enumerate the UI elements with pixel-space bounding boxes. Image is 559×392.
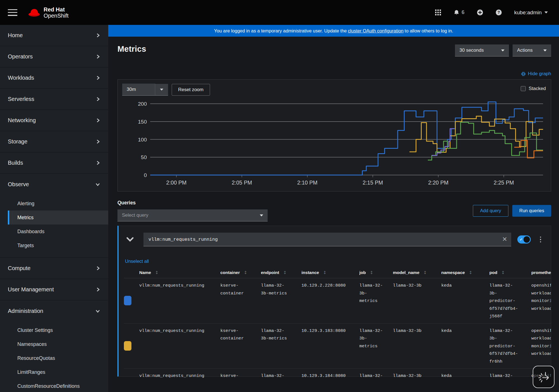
nav-toggle-hamburger-icon[interactable] xyxy=(8,9,17,16)
brand-line2: OpenShift xyxy=(44,13,69,19)
sidebar-item-home[interactable]: Home xyxy=(0,25,108,46)
question-circle-icon: ? xyxy=(496,9,502,16)
banner-text: You are logged in as a temporary adminis… xyxy=(214,28,347,34)
banner-text-after: to allow others to log in. xyxy=(405,28,453,34)
reset-zoom-button[interactable]: Reset zoom xyxy=(172,84,210,96)
column-header-container[interactable]: container↕ xyxy=(220,270,261,275)
login-notice-banner: You are logged in as a temporary adminis… xyxy=(108,25,559,37)
sidebar-item-networking[interactable]: Networking xyxy=(0,110,108,131)
x-axis-tick-label: 2:05 PM xyxy=(232,180,252,186)
sidebar-item-customresourcedefinitions[interactable]: CustomResourceDefinitions xyxy=(8,379,108,392)
table-cell: kserve- xyxy=(220,369,261,392)
main-content: You are logged in as a temporary adminis… xyxy=(108,25,559,392)
actions-dropdown[interactable]: Actions xyxy=(513,44,551,56)
sort-icon[interactable]: ↕ xyxy=(283,270,287,275)
sidebar-item-namespaces[interactable]: Namespaces xyxy=(8,337,108,351)
table-cell: vllm:num_requests_running xyxy=(139,369,220,392)
sidebar-item-storage[interactable]: Storage xyxy=(0,131,108,152)
column-header-endpoint[interactable]: endpoint↕ xyxy=(261,270,301,275)
query-expression-input[interactable] xyxy=(143,233,511,246)
sort-icon[interactable]: ↕ xyxy=(469,270,472,275)
chevron-right-icon xyxy=(96,97,100,101)
lightspeed-assistant-button[interactable] xyxy=(533,366,555,388)
sort-icon[interactable]: ↕ xyxy=(155,270,159,275)
select-query-dropdown[interactable]: Select query xyxy=(117,209,268,221)
column-header-model_name[interactable]: model_name↕ xyxy=(393,270,441,275)
sidebar-item-observe[interactable]: Observe xyxy=(0,174,108,195)
svg-text:?: ? xyxy=(497,10,500,15)
select-query-placeholder: Select query xyxy=(122,212,148,218)
sidebar-item-user-management[interactable]: User Management xyxy=(0,279,108,300)
sidebar-item-cluster-settings[interactable]: Cluster Settings xyxy=(8,323,108,337)
unselect-all-link[interactable]: Unselect all xyxy=(125,259,149,264)
brand-logo[interactable]: Red Hat OpenShift xyxy=(28,6,69,19)
x-axis-tick-label: 2:00 PM xyxy=(166,180,187,186)
sidebar-item-operators[interactable]: Operators xyxy=(0,46,108,67)
oauth-config-link[interactable]: cluster OAuth configuration xyxy=(348,28,404,34)
chart-series-line[interactable] xyxy=(150,102,543,175)
sidebar-item-metrics[interactable]: Metrics xyxy=(8,211,108,225)
sort-icon[interactable]: ↕ xyxy=(244,270,247,275)
table-cell: openshifworkloadmonitoriworkload xyxy=(531,278,551,323)
sidebar-item-resourcequotas[interactable]: ResourceQuotas xyxy=(8,351,108,365)
refresh-interval-select[interactable]: 30 seconds xyxy=(455,44,509,56)
sidebar-item-compute[interactable]: Compute xyxy=(0,258,108,279)
run-queries-button[interactable]: Run queries xyxy=(512,205,551,217)
brand-line1: Red Hat xyxy=(44,6,69,13)
chevron-right-icon xyxy=(96,161,100,165)
query-enabled-toggle[interactable]: ✓ xyxy=(517,235,531,244)
table-cell: llama-32-3b xyxy=(393,369,441,392)
y-axis-tick-label: 0 xyxy=(144,172,147,178)
username: kube:admin xyxy=(514,10,542,16)
series-color-swatch[interactable] xyxy=(124,296,131,305)
column-header-job[interactable]: job↕ xyxy=(359,270,393,275)
hide-graph-link[interactable]: Hide graph xyxy=(521,71,551,77)
clear-expression-icon[interactable]: ✕ xyxy=(502,236,507,242)
user-menu[interactable]: kube:admin xyxy=(514,10,548,16)
column-header-instance[interactable]: instance↕ xyxy=(301,270,359,275)
table-header-row: Name↕container↕endpoint↕instance↕job↕mod… xyxy=(124,268,551,278)
x-axis-tick-label: 2:10 PM xyxy=(297,180,318,186)
sort-icon[interactable]: ↕ xyxy=(370,270,373,275)
chevron-down-icon xyxy=(160,89,163,91)
table-cell: llama-32-3b-metrics xyxy=(359,278,393,323)
x-axis-tick-label: 2:20 PM xyxy=(428,180,449,186)
help-button[interactable]: ? xyxy=(496,9,502,16)
x-axis-tick-label: 2:15 PM xyxy=(363,180,383,186)
sidebar-item-builds[interactable]: Builds xyxy=(0,152,108,174)
sidebar-item-administration[interactable]: Administration xyxy=(0,300,108,322)
add-query-button[interactable]: Add query xyxy=(473,205,508,217)
series-color-swatch[interactable] xyxy=(124,341,131,351)
sidebar-item-serverless[interactable]: Serverless xyxy=(0,89,108,110)
table-cell: llama-32-3b-metrics xyxy=(261,323,301,369)
sidebar-item-alerting[interactable]: Alerting xyxy=(8,197,108,211)
column-header-prometheus[interactable]: prometheus↕ xyxy=(531,270,551,275)
quick-create-button[interactable] xyxy=(477,9,483,16)
table-cell: llama-32-3b-predictor-6f57d7dfb4-j568f xyxy=(489,278,531,323)
column-header-namespace[interactable]: namespace↕ xyxy=(441,270,489,275)
table-cell: llama-32-3b xyxy=(393,323,441,369)
query-expander-button[interactable] xyxy=(124,237,136,242)
notifications-button[interactable]: 6 xyxy=(454,10,464,16)
sidebar-item-dashboards[interactable]: Dashboards xyxy=(8,225,108,238)
sidebar-item-workloads[interactable]: Workloads xyxy=(0,67,108,89)
plus-circle-icon xyxy=(477,9,483,16)
metrics-chart[interactable]: 0501001502002:00 PM2:05 PM2:10 PM2:15 PM… xyxy=(122,100,546,188)
sidebar-item-limitranges[interactable]: LimitRanges xyxy=(8,365,108,379)
timespan-caret-button[interactable] xyxy=(155,84,168,96)
stacked-checkbox[interactable] xyxy=(521,86,526,91)
chart-series-line[interactable] xyxy=(432,129,454,155)
graph-panel: 30m Reset zoom Stacked 0501001502002:00 … xyxy=(117,79,551,192)
table-cell: vllm:num_requests_running xyxy=(139,278,220,323)
y-axis-tick-label: 100 xyxy=(138,137,147,143)
app-launcher-button[interactable] xyxy=(435,10,441,16)
timespan-select[interactable]: 30m xyxy=(122,84,155,96)
table-cell: llama-32-3b-metrics xyxy=(359,323,393,369)
column-header-pod[interactable]: pod↕ xyxy=(489,270,531,275)
sort-icon[interactable]: ↕ xyxy=(323,270,327,275)
query-kebab-menu[interactable] xyxy=(537,237,544,243)
column-header-name[interactable]: Name↕ xyxy=(139,270,220,275)
sort-icon[interactable]: ↕ xyxy=(423,270,427,275)
sidebar-item-targets[interactable]: Targets xyxy=(8,238,108,252)
sort-icon[interactable]: ↕ xyxy=(501,270,505,275)
